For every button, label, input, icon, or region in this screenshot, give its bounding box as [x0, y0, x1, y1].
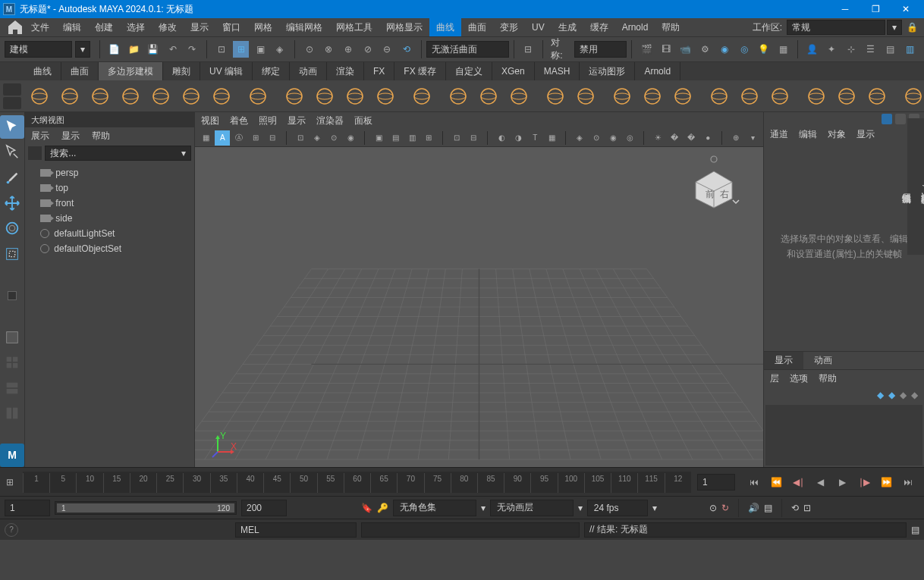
menu-网格工具[interactable]: 网格工具	[329, 18, 379, 36]
layer-menu-选项[interactable]: 选项	[790, 372, 808, 385]
mode-dropdown[interactable]: 建模	[5, 41, 72, 58]
shelf-tab-Arnold[interactable]: Arnold	[635, 62, 680, 80]
light-icon[interactable]: 💡	[755, 41, 772, 58]
settings-icon[interactable]: ⊡	[803, 503, 811, 513]
maya-logo[interactable]: M	[0, 444, 24, 467]
fps-arrow[interactable]: ▾	[652, 503, 657, 513]
vp-tool-6[interactable]: ⊡	[293, 130, 308, 146]
mode-arrow[interactable]: ▾	[75, 41, 90, 58]
ch-menu-显示[interactable]: 显示	[856, 128, 875, 141]
shelf-T-icon[interactable]	[342, 83, 368, 109]
current-frame[interactable]: 1	[697, 474, 735, 491]
shelf-p1-icon[interactable]	[900, 83, 924, 109]
step-back-icon[interactable]: ◀∣	[790, 474, 806, 491]
menu-曲线[interactable]: 曲线	[429, 18, 461, 36]
menu-变形[interactable]: 变形	[493, 18, 525, 36]
loop-icon[interactable]: ↻	[721, 503, 729, 513]
vp-tool-22[interactable]: ▦	[544, 130, 559, 146]
timeline-options[interactable]: ⊞	[2, 474, 18, 491]
outliner-menu-显示[interactable]: 显示	[61, 130, 80, 143]
graph-icon[interactable]: ▤	[882, 41, 899, 58]
shelf-sq4-icon[interactable]	[706, 83, 732, 109]
snap-point-icon[interactable]: ⊕	[340, 41, 357, 58]
shelf-grid-icon[interactable]	[409, 83, 435, 109]
viewport[interactable]: 前右 YX	[195, 147, 763, 467]
home-icon[interactable]	[6, 18, 24, 36]
vp-tool-30[interactable]: �	[667, 130, 682, 146]
shelf-disc-icon[interactable]	[209, 83, 234, 109]
shelf-dodec-icon[interactable]	[245, 83, 271, 109]
vp-tool-32[interactable]: ●	[700, 130, 715, 146]
ch-menu-对象[interactable]: 对象	[828, 128, 846, 141]
sidebar-tabs-vertical[interactable]: 通道盒/层编辑器 属性编辑器	[907, 118, 924, 255]
outliner-item-persp[interactable]: persp	[25, 165, 194, 180]
vp-menu-着色[interactable]: 着色	[230, 114, 248, 127]
vp-tool-19[interactable]: ◐	[494, 130, 509, 146]
shelf-cone-icon[interactable]	[118, 83, 143, 109]
shelf-tab-XGen[interactable]: XGen	[492, 62, 535, 80]
menu-Arnold[interactable]: Arnold	[615, 18, 655, 36]
vp-tool-13[interactable]: ▥	[404, 130, 420, 146]
last-tool[interactable]	[0, 284, 24, 307]
vp-tool-1[interactable]: A	[215, 130, 230, 146]
menu-选择[interactable]: 选择	[120, 18, 152, 36]
shelf-tab-FX[interactable]: FX	[364, 62, 394, 80]
go-end-icon[interactable]: ⏭	[900, 474, 916, 491]
script-editor-icon[interactable]: ▤	[911, 525, 919, 535]
autokey-icon[interactable]: ⊙	[709, 503, 717, 513]
workspace-arrow[interactable]: ▾	[887, 20, 902, 35]
shelf-tab-MASH[interactable]: MASH	[535, 62, 580, 80]
vp-tool-34[interactable]: ⊕	[728, 130, 743, 146]
vp-tool-29[interactable]: ☀	[650, 130, 665, 146]
select-edge-icon[interactable]: ⊞	[233, 41, 250, 58]
shelf-sphere-icon[interactable]	[27, 83, 52, 109]
shelf-sq3-icon[interactable]	[670, 83, 696, 109]
outliner-item-defaultLightSet[interactable]: defaultLightSet	[25, 226, 194, 241]
vp-tool-12[interactable]: ▤	[388, 130, 403, 146]
menu-显示[interactable]: 显示	[184, 18, 215, 36]
menu-缓存[interactable]: 缓存	[583, 18, 615, 36]
shelf-svg-icon[interactable]	[372, 83, 398, 109]
layout-two-h[interactable]	[0, 402, 24, 425]
open-icon[interactable]: 📁	[125, 41, 142, 58]
shelf-tab-多边形建模[interactable]: 多边形建模	[99, 62, 163, 80]
menu-编辑网格[interactable]: 编辑网格	[279, 18, 329, 36]
vp-menu-显示[interactable]: 显示	[288, 114, 306, 127]
layer-menu-帮助[interactable]: 帮助	[819, 372, 837, 385]
vp-tool-11[interactable]: ▣	[371, 130, 386, 146]
save-icon[interactable]: 💾	[145, 41, 162, 58]
shelf-tab-曲面[interactable]: 曲面	[61, 62, 99, 80]
menu-曲面[interactable]: 曲面	[461, 18, 493, 36]
shelf-tab-动画[interactable]: 动画	[290, 62, 327, 80]
audio-icon[interactable]: 🔊	[748, 503, 759, 513]
layer-move-dn-icon[interactable]: ◆	[900, 390, 907, 400]
shelf-c1-icon[interactable]	[803, 83, 829, 109]
layout-two-v[interactable]	[0, 376, 24, 400]
close-button[interactable]: ✕	[891, 0, 921, 18]
shelf-crv-icon[interactable]	[476, 83, 501, 109]
vp-menu-面板[interactable]: 面板	[354, 114, 372, 127]
paint-tool[interactable]	[0, 166, 24, 190]
shelf-tab-UV 编辑[interactable]: UV 编辑	[200, 62, 253, 80]
select-obj-icon[interactable]: ◈	[272, 41, 288, 58]
minimize-button[interactable]: ─	[830, 0, 860, 18]
vp-tool-35[interactable]: ▾	[745, 130, 760, 146]
shelf-tab-运动图形[interactable]: 运动图形	[580, 62, 635, 80]
script-lang[interactable]: MEL	[235, 522, 357, 538]
vp-tool-26[interactable]: ◉	[605, 130, 621, 146]
shelf-tab-绑定[interactable]: 绑定	[253, 62, 290, 80]
vp-tool-4[interactable]: ⊟	[265, 130, 280, 146]
viewcube[interactable]: 前右	[687, 155, 740, 208]
snap-plane-icon[interactable]: ⊘	[360, 41, 376, 58]
vp-tool-14[interactable]: ⊞	[421, 130, 436, 146]
outliner-item-top[interactable]: top	[25, 180, 194, 196]
menu-生成[interactable]: 生成	[552, 18, 583, 36]
vp-tool-8[interactable]: ⊙	[326, 130, 341, 146]
editor-icon[interactable]: ▥	[901, 41, 918, 58]
shelf-cyl-icon[interactable]	[87, 83, 113, 109]
outliner-search[interactable]: 搜索...▾	[45, 146, 191, 161]
xform-icon[interactable]: ✦	[824, 41, 841, 58]
animlayer-dropdown[interactable]: 无动画层	[490, 500, 574, 516]
hypershade-icon[interactable]: ◎	[736, 41, 753, 58]
rotate-tool[interactable]	[0, 217, 24, 240]
